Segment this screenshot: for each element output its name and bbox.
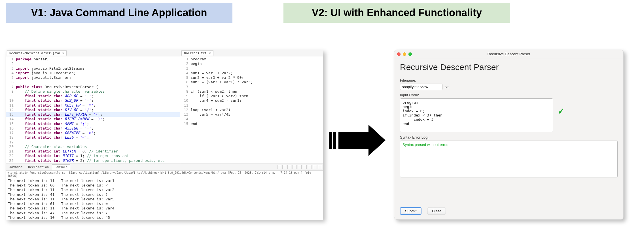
txt-editor[interactable]: 1program2begin34sum1 = var1 + var2;5sum2… (180, 56, 323, 164)
filename-extension: .txt (444, 85, 448, 89)
toolbar-icon[interactable] (318, 165, 322, 169)
parser-app-window: Recursive Descent Parser Recursive Desce… (394, 50, 624, 220)
console-tab[interactable]: Console (52, 164, 70, 170)
code-line[interactable]: 14 final static char RIGHT_PAREN = ')'; (6, 117, 180, 121)
code-line[interactable]: 18 final static char LESS = '<'; (6, 135, 180, 140)
code-line[interactable]: 7 (180, 85, 323, 89)
code-line[interactable]: 10 final static char SUB_OP = '-'; (6, 98, 180, 103)
code-line[interactable]: 1program (180, 57, 323, 62)
java-editor[interactable]: 1package parser;23import java.io.FileInp… (6, 56, 180, 164)
code-line[interactable]: 11 (180, 103, 323, 108)
console-line: The next token is: 11 The next lexeme is… (8, 188, 321, 192)
code-line[interactable]: 5import java.util.Scanner; (6, 75, 180, 80)
console-toolbar-icons (277, 165, 322, 169)
declaration-tab[interactable]: Declaration (26, 164, 51, 170)
toolbar-icon[interactable] (287, 165, 291, 169)
code-line[interactable]: 2 (6, 62, 180, 66)
code-line[interactable]: 6 (6, 80, 180, 84)
code-line[interactable]: 7public class RecursiveDescentParser { (6, 85, 180, 89)
code-line[interactable]: 9 if ( var1 > var2) then (180, 94, 323, 98)
code-line[interactable]: 13 final static char LEFT_PAREN = '('; (6, 112, 180, 117)
code-line[interactable]: 11 final static char MULT_OP = '*'; (6, 103, 180, 108)
code-line[interactable]: 12loop (var1 < var2) (180, 108, 323, 112)
code-line[interactable]: 4import java.io.IOException; (6, 71, 180, 75)
window-minimize-icon[interactable] (403, 52, 406, 56)
checkmark-icon: ✓ (558, 106, 565, 116)
clear-button[interactable]: Clear (427, 207, 446, 215)
code-line[interactable]: 3 (180, 66, 323, 71)
code-line[interactable]: 12 final static char DIV_OP = '/'; (6, 108, 180, 112)
code-line[interactable]: 3import java.io.FileInputStream; (6, 66, 180, 71)
console-line: The next token is: 11 The next lexeme is… (8, 206, 321, 211)
arrow-icon (329, 126, 385, 154)
console-line: The next token is: 61 The next lexeme is… (8, 202, 321, 206)
filename-input[interactable] (400, 84, 442, 90)
console-line: The next token is: 11 The next lexeme is… (8, 197, 321, 202)
java-file-tab-label: RecursiveDescentParser.java (9, 51, 60, 55)
code-line[interactable]: 1package parser; (6, 57, 180, 62)
app-heading: Recursive Descent Parser (400, 62, 618, 72)
toolbar-icon[interactable] (293, 165, 296, 169)
v1-banner: V1: Java Command Line Application (6, 3, 232, 23)
code-line[interactable]: 23 final static int OTHER = 3; // for op… (6, 158, 180, 163)
code-line[interactable]: 19 (6, 140, 180, 145)
console-meta: <terminated> RecursiveDescentParser [Jav… (6, 171, 323, 178)
ide-right-editor: NoErrors.txt × 1program2begin34sum1 = va… (180, 50, 323, 164)
console-line: The next token is: 11 The next lexeme is… (8, 179, 321, 183)
console-line: The next token is: 10 The next lexeme is… (8, 215, 321, 220)
code-line[interactable]: 13 var5 = var4/45 (180, 112, 323, 117)
java-file-tab[interactable]: RecursiveDescentParser.java × (7, 50, 67, 56)
console-line: The next token is: 41 The next lexeme is… (8, 192, 321, 197)
code-line[interactable]: 5sum2 = var3 + var2 * 90; (180, 75, 323, 80)
code-line[interactable]: 15end (180, 122, 323, 126)
v2-banner: V2: UI with Enhanced Functionality (283, 3, 510, 23)
toolbar-icon[interactable] (303, 165, 307, 169)
console-output[interactable]: The next token is: 11 The next lexeme is… (6, 178, 323, 220)
filename-label: Filename: (400, 78, 618, 82)
console-line: The next token is: 47 The next lexeme is… (8, 211, 321, 215)
code-line[interactable]: 9 final static char ADD_OP = '+'; (6, 94, 180, 98)
window-close-icon[interactable] (397, 52, 401, 56)
code-line[interactable]: 10 var4 = sum2 - sum1; (180, 98, 323, 103)
code-line[interactable]: 21 final static int LETTER = 0; // ident… (6, 149, 180, 154)
ide-left-editor: RecursiveDescentParser.java × 1package p… (6, 50, 180, 164)
toolbar-icon[interactable] (298, 165, 302, 169)
syntax-error-log[interactable]: Syntax parsed without errors. (400, 141, 618, 177)
submit-button[interactable]: Submit (400, 207, 421, 215)
input-code-label: Input Code: (400, 93, 618, 97)
toolbar-icon[interactable] (313, 165, 317, 169)
syntax-log-label: Syntax Error Log: (400, 135, 618, 139)
toolbar-icon[interactable] (308, 165, 312, 169)
code-line[interactable]: 15 final static char SEMI = ';'; (6, 122, 180, 126)
toolbar-icon[interactable] (282, 165, 286, 169)
toolbar-icon[interactable] (277, 165, 281, 169)
code-line[interactable]: 16 final static char ASSIGN = '='; (6, 126, 180, 131)
code-line[interactable]: 17 final static char GREATER = '>'; (6, 131, 180, 135)
code-line[interactable]: 8 // Define single character variables (6, 89, 180, 94)
txt-file-tab[interactable]: NoErrors.txt × (181, 50, 213, 56)
code-line[interactable]: 4sum1 = var1 + var2; (180, 71, 323, 75)
code-line[interactable]: 8if (sum1 < sum2) then (180, 89, 323, 94)
ide-bottom-panel: Javadoc Declaration Console <terminated>… (6, 164, 323, 220)
code-line[interactable]: 2begin (180, 62, 323, 66)
code-line[interactable]: 14 (180, 117, 323, 121)
console-line: The next token is: 60 The next lexeme is… (8, 183, 321, 188)
close-icon[interactable]: × (62, 51, 64, 55)
window-title: Recursive Descent Parser (394, 52, 623, 56)
code-line[interactable]: 6sum3 = (var2 + var1) * var3; (180, 80, 323, 84)
input-code-textarea[interactable]: program begin index = 0; if(index < 3) t… (400, 98, 553, 132)
code-line[interactable]: 22 final static int DIGIT = 1; // intege… (6, 154, 180, 158)
window-zoom-icon[interactable] (408, 52, 412, 56)
javadoc-tab[interactable]: Javadoc (7, 164, 25, 170)
close-icon[interactable]: × (209, 51, 211, 55)
code-line[interactable]: 20 // Character class variables (6, 145, 180, 149)
titlebar: Recursive Descent Parser (394, 50, 623, 58)
txt-file-tab-label: NoErrors.txt (184, 51, 206, 55)
ide-window: RecursiveDescentParser.java × 1package p… (6, 50, 323, 220)
